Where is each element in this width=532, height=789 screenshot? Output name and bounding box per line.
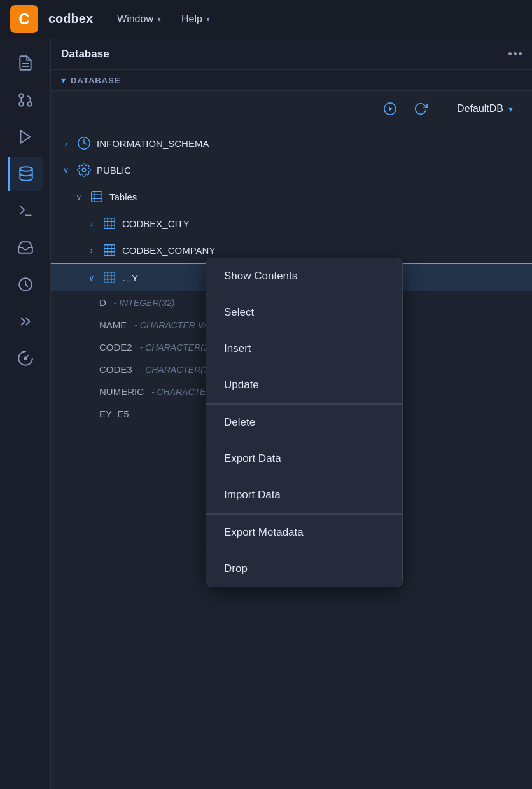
sidebar-icon-extensions[interactable] [8, 304, 43, 339]
tree-label: …Y [122, 272, 138, 283]
svg-rect-14 [92, 192, 102, 202]
context-menu-insert[interactable]: Insert [206, 331, 402, 367]
db-selector-chevron-icon: ▾ [508, 104, 513, 114]
context-menu-export-data[interactable]: Export Data [206, 441, 402, 477]
play-button[interactable] [379, 97, 402, 120]
tree-label: CODBEX_CITY [122, 218, 190, 229]
tree-label: INFORMATION_SCHEMA [97, 138, 209, 149]
svg-point-2 [27, 102, 32, 106]
grid-icon [102, 216, 117, 231]
window-chevron-icon: ▾ [157, 15, 161, 24]
tree-meta: - INTEGER(32) [111, 298, 175, 308]
chevron-icon: ∨ [61, 165, 71, 175]
tree-item-tables[interactable]: ∨ Tables [51, 183, 532, 210]
help-chevron-icon: ▾ [206, 15, 210, 24]
app-name: codbex [48, 11, 93, 26]
tree-label: NUMERIC [99, 386, 144, 397]
panel-options-button[interactable] [508, 52, 522, 55]
tree-meta: - CHARACTER(3) [137, 365, 212, 375]
svg-marker-5 [20, 130, 30, 143]
svg-point-3 [19, 94, 24, 98]
sidebar-icon-debug[interactable] [8, 120, 43, 154]
sidebar-icon-history[interactable] [8, 267, 43, 302]
svg-point-13 [82, 168, 86, 172]
svg-rect-28 [104, 272, 115, 283]
sidebar-icon-git[interactable] [8, 83, 43, 117]
svg-marker-12 [389, 106, 393, 111]
sidebar-icon-terminal[interactable] [8, 193, 43, 228]
context-menu-select[interactable]: Select [206, 295, 402, 331]
context-menu-show-contents[interactable]: Show Contents [206, 258, 402, 295]
database-panel: Database ▾ DATABASE DefaultDB ▾ [51, 38, 532, 789]
sidebar-icon-files[interactable] [8, 46, 43, 80]
tree-label: CODE2 [99, 342, 132, 353]
topbar-menu: Window ▾ Help ▾ [108, 10, 219, 29]
sidebar-icon-database[interactable] [8, 157, 43, 191]
table-icon [89, 189, 104, 204]
tree-label: CODBEX_COMPANY [122, 245, 215, 256]
schema-icon [76, 162, 92, 178]
tree-item-codbex-city[interactable]: › CODBEX_CITY [51, 210, 532, 237]
tree-item-public[interactable]: ∨ PUBLIC [51, 157, 532, 183]
context-menu-export-metadata[interactable]: Export Metadata [206, 513, 402, 551]
context-menu-import-data[interactable]: Import Data [206, 477, 402, 513]
chevron-icon: › [87, 246, 97, 255]
tree-label: NAME [99, 319, 127, 330]
tree-label: CODE3 [99, 364, 132, 375]
toolbar-separator [440, 100, 440, 118]
svg-point-4 [19, 102, 24, 106]
toolbar-row: DefaultDB ▾ [51, 91, 532, 127]
tree-item-info-schema[interactable]: › INFORMATION_SCHEMA [51, 130, 532, 157]
app-logo: C [10, 5, 38, 33]
panel-title: Database [61, 48, 109, 60]
grid-icon [102, 270, 117, 285]
svg-rect-18 [104, 218, 115, 229]
chevron-icon: ∨ [74, 192, 84, 202]
sidebar-icon-inbox[interactable] [8, 230, 43, 265]
topbar: C codbex Window ▾ Help ▾ [0, 0, 532, 38]
panel-header: Database [51, 38, 532, 70]
tree-label: PUBLIC [97, 165, 131, 176]
context-menu-drop[interactable]: Drop [206, 551, 402, 587]
context-menu: Show Contents Select Insert Update Delet… [206, 258, 403, 587]
db-section-header: ▾ DATABASE [51, 70, 532, 91]
svg-point-7 [20, 167, 32, 171]
main-layout: Database ▾ DATABASE DefaultDB ▾ [0, 38, 532, 789]
db-selector[interactable]: DefaultDB ▾ [448, 99, 522, 118]
context-menu-update[interactable]: Update [206, 367, 402, 403]
section-title: DATABASE [71, 76, 121, 85]
schema-icon [76, 136, 92, 151]
sidebar-icon-gauge[interactable] [8, 341, 43, 375]
tree-meta: - CHARACTER(2) [137, 342, 212, 353]
icon-sidebar [0, 38, 51, 789]
chevron-icon: ∨ [87, 273, 97, 283]
grid-icon [102, 242, 117, 258]
section-chevron-icon: ▾ [61, 75, 66, 85]
tree-label: Tables [109, 192, 137, 202]
svg-rect-23 [104, 245, 115, 256]
tree-label: EY_E5 [99, 408, 129, 419]
chevron-icon: › [87, 219, 97, 228]
tree-label: D [99, 297, 106, 308]
context-menu-delete[interactable]: Delete [206, 403, 402, 441]
refresh-button[interactable] [409, 97, 432, 120]
chevron-icon: › [61, 139, 71, 148]
menu-help[interactable]: Help ▾ [172, 10, 219, 29]
menu-window[interactable]: Window ▾ [108, 10, 170, 29]
